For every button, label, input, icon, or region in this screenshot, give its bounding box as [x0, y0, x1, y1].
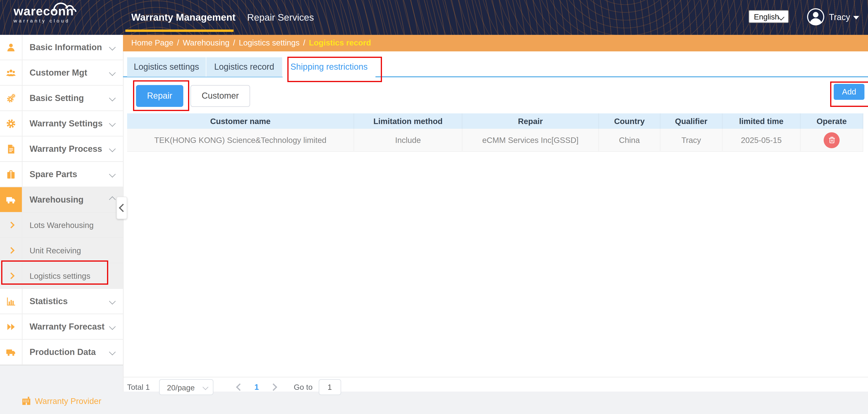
cell-customer-name: TEK(HONG KONG) Science&Technology limite…	[127, 129, 354, 151]
tab-shipping-restrictions[interactable]: Shipping restrictions	[283, 57, 375, 78]
restrictions-table: Customer nameLimitation methodRepairCoun…	[127, 113, 863, 152]
warranty-provider-label: Warranty Provider	[35, 396, 101, 406]
building-icon	[21, 396, 31, 406]
user-icon	[0, 35, 23, 60]
sidebar-item-lots-warehousing[interactable]: Lots Warehousing	[0, 213, 123, 238]
column-header-qualifier: Qualifier	[660, 113, 722, 129]
chevron-down-icon	[109, 323, 116, 330]
chevron-left-icon	[236, 383, 244, 390]
sidebar-item-label: Lots Warehousing	[23, 221, 123, 230]
breadcrumb-item-home-page[interactable]: Home Page	[131, 38, 174, 47]
cell-limitation-method: Include	[354, 129, 462, 151]
chevron-down-icon	[109, 95, 116, 101]
page-size-select[interactable]: 20/page	[159, 379, 214, 395]
sidebar-item-warranty-forecast[interactable]: Warranty Forecast	[0, 314, 123, 340]
user-avatar-icon	[807, 8, 825, 26]
sidebar-item-production-data[interactable]: Production Data	[0, 340, 123, 365]
sidebar-item-warehousing[interactable]: Warehousing	[0, 187, 123, 213]
column-header-customer-name: Customer name	[127, 113, 354, 129]
user-name[interactable]: Tracy	[829, 0, 850, 35]
goto-page-input[interactable]	[318, 379, 341, 395]
sidebar-item-logistics-settings[interactable]: Logistics settings	[0, 264, 123, 289]
delete-button[interactable]	[824, 132, 840, 148]
cell-operate	[801, 129, 863, 151]
language-select[interactable]: English	[749, 10, 789, 23]
add-button[interactable]: Add	[834, 84, 864, 100]
sidebar-item-label: Warranty Settings	[23, 119, 110, 128]
customer-filter-button[interactable]: Customer	[190, 85, 250, 107]
next-page-button[interactable]	[271, 384, 276, 389]
forward-icon	[0, 314, 23, 339]
chevron-down-icon	[203, 384, 209, 390]
page-size-value: 20/page	[167, 383, 195, 392]
sidebar-item-label: Customer Mgt	[23, 68, 110, 77]
users-icon	[0, 60, 23, 85]
sidebar-item-basic-setting[interactable]: Basic Setting	[0, 85, 123, 111]
breadcrumb-separator: /	[177, 38, 179, 47]
tab-bar: Logistics settingsLogistics recordShippi…	[127, 57, 375, 77]
sidebar-item-unit-receiving[interactable]: Unit Receiving	[0, 238, 123, 264]
sidebar-item-label: Basic Information	[23, 42, 110, 52]
avatar[interactable]	[807, 8, 825, 26]
cloud-icon	[50, 1, 81, 12]
column-header-repair: Repair	[462, 113, 599, 129]
logo-subtitle: warranty cloud	[13, 18, 93, 24]
column-header-country: Country	[599, 113, 660, 129]
sidebar-item-warranty-settings[interactable]: Warranty Settings	[0, 111, 123, 136]
chevron-down-icon	[109, 69, 116, 76]
gear-icon	[0, 111, 23, 136]
sidebar-item-label: Logistics settings	[23, 272, 123, 280]
chevron-right-icon	[0, 213, 23, 237]
column-header-limited-time: limited time	[722, 113, 801, 129]
breadcrumb-item-logistics-settings[interactable]: Logistics settings	[239, 38, 300, 47]
table-row: TEK(HONG KONG) Science&Technology limite…	[127, 129, 863, 152]
document-icon	[0, 136, 23, 161]
pagination: Total 1 20/page 1 Go to	[127, 379, 341, 395]
cell-qualifier: Tracy	[660, 129, 722, 151]
breadcrumb-separator: /	[233, 38, 235, 47]
app-root: wareconn warranty cloud Warranty Managem…	[0, 0, 868, 414]
sidebar-item-label: Warranty Process	[23, 144, 110, 153]
sidebar-item-spare-parts[interactable]: Spare Parts	[0, 162, 123, 187]
breadcrumb-item-warehousing[interactable]: Warehousing	[183, 38, 229, 47]
language-select-value: English	[754, 12, 779, 21]
page-number-current[interactable]: 1	[254, 382, 259, 391]
chevron-up-icon	[109, 196, 116, 203]
cell-country: China	[599, 129, 660, 151]
user-menu-caret-icon[interactable]	[853, 16, 859, 20]
breadcrumb-current: Logistics record	[309, 38, 371, 47]
sidebar-collapse-handle[interactable]	[117, 197, 127, 219]
breadcrumb: Home Page/Warehousing/Logistics settings…	[123, 35, 868, 51]
sidebar-item-warranty-process[interactable]: Warranty Process	[0, 136, 123, 162]
sidebar-item-statistics[interactable]: Statistics	[0, 289, 123, 314]
sidebar-item-label: Warranty Forecast	[23, 322, 110, 331]
logo: wareconn warranty cloud	[13, 5, 93, 24]
sidebar-item-label: Basic Setting	[23, 93, 110, 103]
truck-icon	[0, 187, 23, 212]
gears-icon	[0, 85, 23, 110]
prev-page-button[interactable]	[237, 384, 243, 389]
trash-icon	[828, 136, 836, 144]
briefcase-icon	[0, 162, 23, 186]
sidebar-item-customer-mgt[interactable]: Customer Mgt	[0, 60, 123, 85]
column-header-operate: Operate	[801, 113, 863, 129]
cell-limited-time: 2025-05-15	[722, 129, 801, 151]
chevron-down-icon	[109, 145, 116, 152]
warranty-provider-footer: Warranty Provider	[21, 396, 101, 406]
tab-logistics-settings[interactable]: Logistics settings	[127, 57, 206, 77]
chevron-left-icon	[119, 204, 127, 212]
nav-active-underline	[125, 30, 234, 32]
nav-repair-services[interactable]: Repair Services	[247, 0, 314, 35]
tab-logistics-record[interactable]: Logistics record	[206, 57, 283, 77]
chevron-down-icon	[109, 349, 116, 355]
chevron-down-icon	[109, 120, 116, 127]
repair-filter-button[interactable]: Repair	[136, 85, 183, 107]
sidebar-item-basic-information[interactable]: Basic Information	[0, 35, 123, 60]
chevron-down-icon	[109, 44, 116, 50]
goto-label: Go to	[294, 382, 312, 391]
breadcrumb-separator: /	[303, 38, 305, 47]
top-header: wareconn warranty cloud Warranty Managem…	[0, 0, 868, 35]
pagination-total: Total 1	[127, 382, 150, 391]
sidebar-item-label: Warehousing	[23, 195, 110, 204]
sidebar-item-label: Statistics	[23, 297, 110, 306]
